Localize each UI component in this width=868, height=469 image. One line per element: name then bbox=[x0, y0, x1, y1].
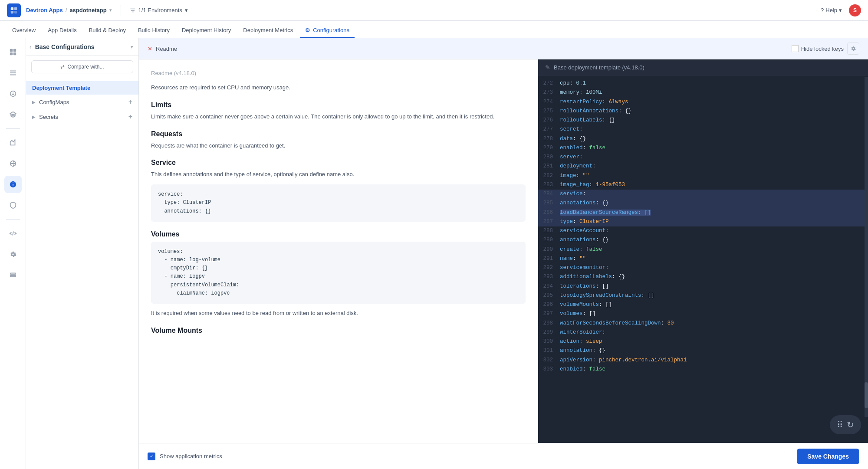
editor-line: 293 additionalLabels: {} bbox=[538, 272, 868, 282]
bottom-bar: ✓ Show application metrics Save Changes bbox=[139, 443, 868, 469]
line-code: volumeMounts: [] bbox=[560, 300, 612, 309]
line-number: 301 bbox=[542, 346, 560, 355]
tab-deployment-metrics[interactable]: Deployment Metrics bbox=[238, 23, 298, 38]
grid-icon: ⠿ bbox=[837, 420, 843, 430]
secrets-section[interactable]: ▶ Secrets + bbox=[26, 109, 138, 124]
float-action-button[interactable]: ⠿ ↻ bbox=[830, 415, 861, 434]
configmaps-triangle: ▶ bbox=[32, 100, 36, 105]
tab-configurations[interactable]: ⚙ Configurations bbox=[300, 23, 355, 38]
volumes-text: It is required when some values need to … bbox=[151, 309, 526, 318]
secrets-add-icon[interactable]: + bbox=[128, 113, 132, 121]
editor-line: 303 enabled: false bbox=[538, 365, 868, 374]
sidebar-icon-code[interactable] bbox=[4, 225, 22, 242]
line-code: secret: bbox=[560, 125, 583, 134]
nav-tabs: Overview App Details Build & Deploy Buil… bbox=[0, 21, 868, 38]
editor-line: 285 annotations: {} bbox=[538, 199, 868, 208]
tab-app-details[interactable]: App Details bbox=[43, 23, 82, 38]
sidebar-icon-layers[interactable] bbox=[4, 106, 22, 123]
line-number: 293 bbox=[542, 272, 560, 282]
line-code: image_tag: 1-95af053 bbox=[560, 180, 625, 190]
sidebar-icon-chart[interactable] bbox=[4, 134, 22, 151]
user-avatar[interactable]: S bbox=[849, 4, 861, 16]
config-header: ‹ Base Configurations ▾ bbox=[26, 38, 138, 56]
line-number: 294 bbox=[542, 282, 560, 291]
tab-build-deploy[interactable]: Build & Deploy bbox=[84, 23, 131, 38]
back-button[interactable]: ‹ bbox=[30, 43, 32, 50]
metrics-checkbox[interactable]: ✓ bbox=[148, 453, 155, 460]
editor-line: 286 loadBalancerSourceRanges: [] bbox=[538, 208, 868, 217]
editor-scrollbar-thumb bbox=[865, 382, 868, 408]
svg-rect-2 bbox=[11, 10, 13, 13]
editor-line: 300 action: sleep bbox=[538, 337, 868, 346]
configmaps-section[interactable]: ▶ ConfigMaps + bbox=[26, 95, 138, 109]
readme-panel: Readme (v4.18.0) Resources are required … bbox=[139, 59, 538, 443]
editor-settings-icon[interactable] bbox=[847, 43, 859, 55]
line-number: 300 bbox=[542, 337, 560, 346]
readme-panel-title: Readme (v4.18.0) bbox=[151, 70, 526, 76]
secrets-label: Secrets bbox=[39, 114, 125, 120]
editor-scrollbar[interactable] bbox=[865, 77, 868, 417]
save-changes-button[interactable]: Save Changes bbox=[797, 449, 859, 464]
line-number: 273 bbox=[542, 88, 560, 97]
configmaps-add-icon[interactable]: + bbox=[128, 98, 132, 106]
breadcrumb-chevron[interactable]: ▾ bbox=[109, 7, 112, 13]
line-number: 283 bbox=[542, 180, 560, 190]
line-number: 299 bbox=[542, 328, 560, 337]
devtron-apps-link[interactable]: Devtron Apps bbox=[26, 7, 63, 13]
tab-build-history[interactable]: Build History bbox=[133, 23, 175, 38]
editor-line: 281 deployment: bbox=[538, 162, 868, 171]
svg-rect-4 bbox=[10, 49, 12, 52]
top-header: Devtron Apps / aspdotnetapp ▾ 1/1 Enviro… bbox=[0, 0, 868, 21]
volumes-code: volumes: - name: log-volume emptyDir: {}… bbox=[151, 242, 526, 304]
sidebar-icon-grid[interactable] bbox=[4, 43, 22, 61]
editor-line: 289 annotations: {} bbox=[538, 236, 868, 245]
line-code: server: bbox=[560, 153, 583, 162]
line-code: winterSoldier: bbox=[560, 328, 605, 337]
line-number: 274 bbox=[542, 98, 560, 107]
line-number: 285 bbox=[542, 199, 560, 208]
line-code: deployment: bbox=[560, 162, 596, 171]
editor-content[interactable]: 272 cpu: 0.1273 memory: 100Mi274restartP… bbox=[538, 75, 868, 443]
environment-selector[interactable]: 1/1 Environments ▾ bbox=[130, 7, 188, 13]
editor-line: 276rolloutLabels: {} bbox=[538, 116, 868, 125]
deployment-template-item[interactable]: Deployment Template bbox=[26, 81, 138, 95]
editor-line: 295topologySpreadConstraints: [] bbox=[538, 291, 868, 300]
line-code: image: "" bbox=[560, 171, 589, 180]
line-number: 278 bbox=[542, 134, 560, 144]
close-readme-icon[interactable]: ✕ bbox=[148, 46, 152, 52]
hide-locked-checkbox[interactable] bbox=[792, 45, 799, 52]
editor-line: 279 enabled: false bbox=[538, 144, 868, 153]
sidebar-icon-stack[interactable] bbox=[4, 266, 22, 284]
tab-deployment-history[interactable]: Deployment History bbox=[177, 23, 236, 38]
line-number: 296 bbox=[542, 300, 560, 309]
sidebar-icon-list[interactable] bbox=[4, 64, 22, 82]
line-code: cpu: 0.1 bbox=[560, 79, 586, 88]
requests-text: Requests are what the container is guara… bbox=[151, 141, 526, 151]
sidebar-icon-shield[interactable] bbox=[4, 197, 22, 214]
sidebar-icon-config[interactable] bbox=[4, 176, 22, 193]
readme-intro-text: Resources are required to set CPU and me… bbox=[151, 83, 526, 92]
line-number: 290 bbox=[542, 245, 560, 254]
main-layout: ‹ Base Configurations ▾ ⇄ Compare with..… bbox=[0, 38, 868, 469]
split-panel: Readme (v4.18.0) Resources are required … bbox=[139, 59, 868, 443]
config-title-chevron[interactable]: ▾ bbox=[131, 44, 133, 50]
editor-line: 274restartPolicy: Always bbox=[538, 98, 868, 107]
line-number: 298 bbox=[542, 319, 560, 328]
tab-overview[interactable]: Overview bbox=[7, 23, 41, 38]
line-number: 297 bbox=[542, 309, 560, 318]
sidebar-icon-deploy[interactable] bbox=[4, 85, 22, 102]
requests-title: Requests bbox=[151, 130, 526, 138]
line-code: annotations: {} bbox=[560, 236, 609, 245]
configurations-gear-icon: ⚙ bbox=[305, 27, 310, 33]
help-button[interactable]: ? Help ▾ bbox=[821, 7, 842, 13]
line-number: 282 bbox=[542, 171, 560, 180]
editor-line: 302 apiVersion: pincher.devtron.ai/v1alp… bbox=[538, 356, 868, 365]
line-code: topologySpreadConstraints: [] bbox=[560, 291, 654, 300]
sidebar-icon-globe[interactable] bbox=[4, 155, 22, 172]
secrets-triangle: ▶ bbox=[32, 115, 36, 119]
sidebar-icon-settings[interactable] bbox=[4, 246, 22, 263]
help-chevron: ▾ bbox=[839, 7, 842, 13]
app-name[interactable]: aspdotnetapp bbox=[69, 7, 106, 13]
svg-rect-5 bbox=[13, 49, 16, 52]
compare-button[interactable]: ⇄ Compare with... bbox=[31, 60, 133, 73]
